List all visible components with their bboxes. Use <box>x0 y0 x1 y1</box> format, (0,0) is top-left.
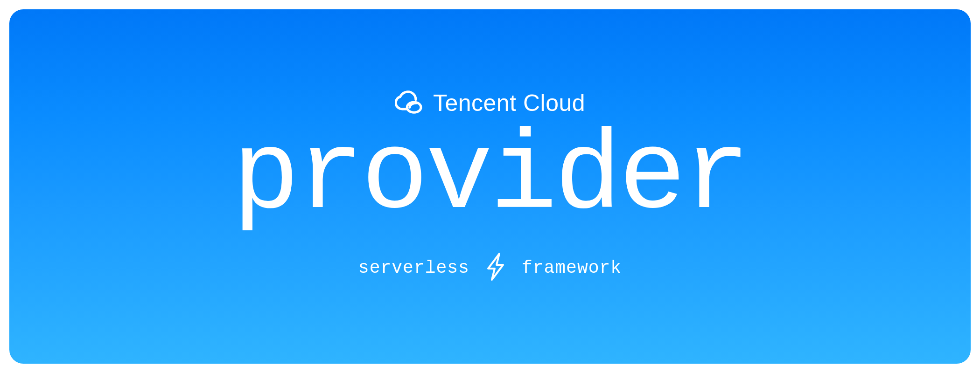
framework-label: framework <box>522 258 622 278</box>
bolt-icon <box>483 252 508 283</box>
hero-card: Tencent Cloud provider serverless framew… <box>9 9 971 364</box>
serverless-framework-row: serverless framework <box>358 252 622 283</box>
serverless-label: serverless <box>358 258 469 278</box>
main-title: provider <box>232 121 748 233</box>
tencent-brand-row: Tencent Cloud <box>395 90 585 117</box>
tencent-brand-label: Tencent Cloud <box>433 90 585 117</box>
cloud-icon <box>395 90 423 116</box>
